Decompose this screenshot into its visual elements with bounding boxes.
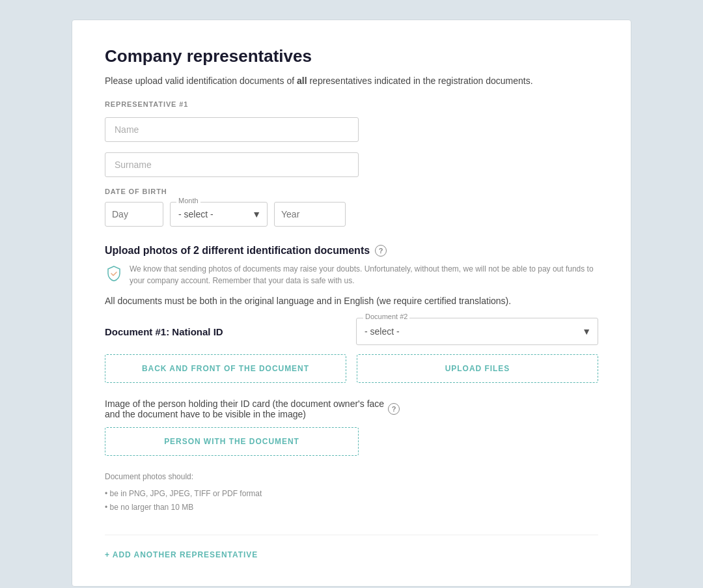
doc1-label: Document #1: National ID (105, 326, 346, 337)
upload-section-title: Upload photos of 2 different identificat… (105, 245, 598, 257)
page-description: Please upload valid identification docum… (105, 76, 598, 86)
year-input[interactable] (274, 202, 346, 227)
requirements-title: Document photos should: (105, 470, 598, 484)
upload-section: Upload photos of 2 different identificat… (105, 245, 598, 515)
month-select[interactable]: - select - January February March April … (170, 202, 268, 227)
shield-icon (105, 264, 123, 283)
doc2-select-wrap: Document #2 - select - Passport National… (356, 318, 598, 345)
name-field-wrap (105, 117, 598, 142)
requirement-2: • be no larger than 10 MB (105, 501, 598, 515)
month-select-wrap: Month - select - January February March … (170, 202, 268, 227)
upload-buttons-row: BACK AND FRONT OF THE DOCUMENT UPLOAD FI… (105, 354, 598, 383)
day-input[interactable] (105, 202, 163, 227)
representative-section: REPRESENTATIVE #1 DATE OF BIRTH Month - … (105, 100, 598, 227)
date-of-birth-section: DATE OF BIRTH Month - select - January F… (105, 188, 598, 227)
surname-input[interactable] (105, 152, 359, 177)
day-field-wrap (105, 202, 163, 227)
section-label: REPRESENTATIVE #1 (105, 100, 598, 108)
upload-help-icon[interactable]: ? (375, 245, 387, 257)
all-docs-note: All documents must be both in the origin… (105, 296, 598, 306)
section-divider (105, 535, 598, 535)
year-field-wrap (274, 202, 346, 227)
month-label: Month (176, 197, 200, 204)
docs-row: Document #1: National ID Document #2 - s… (105, 318, 598, 345)
person-doc-help-icon[interactable]: ? (388, 403, 400, 415)
person-upload-btn[interactable]: PERSON WITH THE DOCUMENT (105, 427, 359, 456)
date-row: Month - select - January February March … (105, 202, 598, 227)
add-rep-button[interactable]: + ADD ANOTHER REPRESENTATIVE (105, 550, 258, 559)
page-title: Company representatives (105, 46, 598, 66)
name-input[interactable] (105, 117, 359, 142)
dob-label: DATE OF BIRTH (105, 188, 598, 195)
upload-files-btn[interactable]: UPLOAD FILES (357, 354, 598, 383)
doc2-legend: Document #2 (363, 313, 409, 320)
doc2-select[interactable]: - select - Passport National ID Driver's… (357, 318, 598, 344)
security-note: We know that sending photos of documents… (105, 263, 598, 287)
file-requirements: Document photos should: • be in PNG, JPG… (105, 470, 598, 515)
requirement-1: • be in PNG, JPG, JPEG, TIFF or PDF form… (105, 487, 598, 501)
person-doc-section: Image of the person holding their ID car… (105, 399, 598, 456)
security-text: We know that sending photos of documents… (130, 263, 598, 287)
person-doc-label: Image of the person holding their ID car… (105, 399, 598, 419)
main-card: Company representatives Please upload va… (72, 20, 631, 587)
back-front-upload-btn[interactable]: BACK AND FRONT OF THE DOCUMENT (105, 354, 346, 383)
surname-field-wrap (105, 152, 598, 177)
